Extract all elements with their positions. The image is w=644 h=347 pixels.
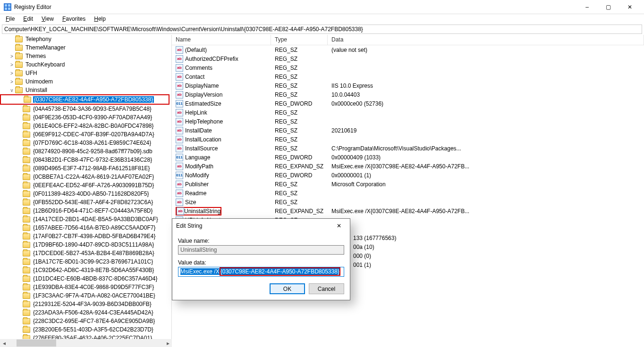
tree-item[interactable]: {07FD769C-6C18-4038-A261-E9859C74E624} [0, 139, 171, 147]
tree-twisty-icon[interactable]: v [8, 88, 15, 93]
tree-item[interactable]: {04F9E236-053D-4CF0-9390-AF70AD87AA49} [0, 113, 171, 122]
value-data-partial: 00a (10) [349, 242, 491, 251]
scroll-left-icon[interactable]: ◂ [0, 339, 8, 347]
tree-item[interactable]: {0F011389-4823-40D0-AB50-711628D820F5} [0, 190, 171, 198]
tree-item[interactable]: {08274920-8908-45c2-9258-8ad67ff77b09}.s… [0, 147, 171, 156]
tree-item[interactable]: {223ADA3A-F506-428A-9244-C3EA445AD42A} [0, 308, 171, 317]
tree-item[interactable]: vUninstall [0, 86, 171, 94]
list-row[interactable]: abDisplayNameREG_SZIIS 10.0 Express [172, 81, 644, 90]
reg-string-icon: ab [176, 190, 183, 197]
value-type: REG_SZ [271, 118, 328, 125]
tree-item[interactable]: {0FB552DD-543E-48E7-A6F4-2F8D82723C6A} [0, 198, 171, 207]
tree-item[interactable]: >UFH [0, 69, 171, 77]
list-row[interactable]: ab(Default)REG_SZ(value not set) [172, 45, 644, 54]
list-row[interactable]: abModifyPathREG_EXPAND_SZMsiExec.exe /X{… [172, 162, 644, 171]
value-type: REG_SZ [271, 199, 328, 206]
tree-item[interactable]: {17DCED0E-5B27-453A-B2B4-E487B869B28A} [0, 249, 171, 257]
tree-twisty-icon[interactable]: > [8, 54, 15, 59]
tree-item[interactable]: {23B200E6-5E51-403D-A3F5-62CD42B23D7D} [0, 325, 171, 334]
minimize-button[interactable]: – [576, 0, 598, 14]
tree-item[interactable]: {089D4965-E3F7-4712-98AB-FA612518F81E} [0, 164, 171, 173]
tree-label: Unimodem [25, 78, 54, 85]
list-row[interactable]: abPublisherREG_SZMicrosoft Corporation [172, 180, 644, 189]
tree-twisty-icon[interactable]: > [8, 71, 15, 76]
tree-item[interactable]: {0EEFE4AC-ED52-4F6F-A726-A9030991B75D} [0, 181, 171, 190]
list-row[interactable]: abInstallSourceREG_SZC:\ProgramData\Micr… [172, 144, 644, 153]
tree-item[interactable]: {06E9F912-CDEC-470F-B39F-0207BA9A4D7A} [0, 130, 171, 139]
list-row[interactable]: abCommentsREG_SZ [172, 63, 644, 72]
list-row[interactable]: 011EstimatedSizeREG_DWORD0x0000ce00 (527… [172, 99, 644, 108]
menu-view[interactable]: View [38, 15, 58, 23]
tree-item[interactable]: {0307C98E-AE82-4A4F-A950-A72FBD805338} [1, 95, 169, 104]
value-data-label: Value data: [178, 259, 344, 266]
reg-dword-icon: 011 [176, 172, 183, 179]
tree-item[interactable]: {1BA17C7E-8D01-3C99-9C23-B769671A101C} [0, 257, 171, 266]
tree-item[interactable]: {228C3DC2-695E-4FC7-87E4-6A9CE905DA9B} [0, 317, 171, 325]
tree-item[interactable]: ThemeManager [0, 43, 171, 52]
list-row[interactable]: abReadmeREG_SZ [172, 189, 644, 198]
address-bar[interactable]: Computer\HKEY_LOCAL_MACHINE\SOFTWARE\Mic… [2, 25, 642, 34]
tree-item[interactable]: {1E939DBA-83E4-4C0E-9868-9D9D5F77FC3F} [0, 283, 171, 291]
value-name: Language [185, 154, 210, 161]
tree-item[interactable]: {17D9BF6D-1890-44D7-89CD-8D3C5111A98A} [0, 240, 171, 249]
scroll-right-icon[interactable]: ▸ [164, 339, 172, 347]
tree-item[interactable]: {0CBBE7A1-C22A-462A-8619-21AAF07EA02F} [0, 173, 171, 181]
close-button[interactable]: ✕ [619, 0, 640, 14]
tree-item[interactable]: {17AF0B27-CB7F-4398-ADBD-5FBAD6B479E4} [0, 232, 171, 240]
list-row[interactable]: abDisplayVersionREG_SZ10.0.04403 [172, 90, 644, 99]
list-row[interactable]: abHelpTelephoneREG_SZ [172, 117, 644, 126]
value-name: UninstallString [184, 208, 220, 215]
value-data-field[interactable]: MsiExec.exe /X{0307C98E-AE82-4A4F-A950-A… [178, 267, 344, 277]
dialog-titlebar[interactable]: Edit String ✕ [172, 219, 350, 233]
maximize-button[interactable]: ▢ [598, 0, 619, 14]
menu-help[interactable]: Help [90, 15, 110, 23]
value-type: REG_SZ [271, 127, 328, 134]
tree-label: {0307C98E-AE82-4A4F-A950-A72FBD805338} [33, 96, 154, 103]
tree-item[interactable]: {12B6D916-FD64-471C-8EF7-C04443A75F8D} [0, 207, 171, 215]
dialog-title: Edit String [176, 223, 202, 229]
folder-icon [23, 199, 30, 206]
tree-item[interactable]: {1F3C3AAC-9F7A-47DA-A082-0ACE770041BE} [0, 291, 171, 300]
scroll-thumb[interactable] [17, 339, 56, 347]
tree-item[interactable]: {1D1DC4EC-E60B-4BDB-837C-8D6C357A46D4} [0, 274, 171, 283]
tree-item[interactable]: >Unimodem [0, 77, 171, 86]
dialog-close-button[interactable]: ✕ [332, 219, 346, 233]
tree-pane[interactable]: TelephonyThemeManager>Themes>TouchKeyboa… [0, 35, 172, 345]
value-name: HelpLink [185, 109, 207, 116]
value-name-field[interactable] [178, 245, 344, 255]
tree-item[interactable]: {14A17CED-2BD1-4DAE-B5A5-9A33BD3BC0AF} [0, 215, 171, 223]
col-type[interactable]: Type [271, 35, 328, 45]
tree-label: {1D1DC4EC-E60B-4BDB-837C-8D6C357A46D4} [32, 275, 158, 282]
tree-item[interactable]: {1C92D642-AD8C-4319-8E7B-5D6AA55F430B} [0, 266, 171, 274]
menu-edit[interactable]: Edit [19, 15, 37, 23]
value-type: REG_SZ [271, 136, 328, 143]
tree-item[interactable]: {04A45738-E704-3A36-9D93-E5AFA79B5C48} [0, 105, 171, 113]
tree-item[interactable]: {0843B2D1-FCB8-47FC-9732-E36B31436C28} [0, 156, 171, 164]
list-row[interactable]: abSizeREG_SZ [172, 198, 644, 207]
tree-item[interactable]: >TouchKeyboard [0, 60, 171, 69]
col-name[interactable]: Name [172, 35, 271, 45]
tree-twisty-icon[interactable]: > [8, 79, 15, 84]
tree-item[interactable]: >Themes [0, 52, 171, 60]
list-row[interactable]: abAuthorizedCDFPrefixREG_SZ [172, 54, 644, 63]
tree-item[interactable]: Telephony [0, 35, 171, 43]
list-row[interactable]: 011NoModifyREG_DWORD0x00000001 (1) [172, 171, 644, 180]
tree-scrollbar-h[interactable]: ◂ ▸ [0, 339, 172, 347]
tree-item[interactable]: {061E40C6-EFF2-482A-82BC-B0A0FDC47898} [0, 122, 171, 130]
value-type: REG_DWORD [271, 154, 328, 161]
col-data[interactable]: Data [328, 35, 644, 45]
tree-item[interactable]: {1657ABEE-7D56-416A-B7E0-A89CC5AAD0F7} [0, 223, 171, 232]
tree-twisty-icon[interactable]: > [8, 62, 15, 67]
list-row[interactable]: 011LanguageREG_DWORD0x00000409 (1033) [172, 153, 644, 162]
list-row[interactable]: abUninstallStringREG_EXPAND_SZMsiExec.ex… [172, 207, 644, 215]
list-row[interactable]: abInstallDateREG_SZ20210619 [172, 126, 644, 135]
list-row[interactable]: abHelpLinkREG_SZ [172, 108, 644, 117]
menu-favorites[interactable]: Favorites [59, 15, 89, 23]
list-row[interactable]: abInstallLocationREG_SZ [172, 135, 644, 144]
tree-item[interactable]: {2129312E-5204-4F3A-9039-B6D34DBB00FB} [0, 300, 171, 308]
reg-dword-icon: 011 [176, 100, 183, 107]
list-row[interactable]: abContactREG_SZ [172, 72, 644, 81]
ok-button[interactable]: OK [270, 283, 305, 294]
cancel-button[interactable]: Cancel [309, 283, 344, 294]
menu-file[interactable]: File [2, 15, 18, 23]
